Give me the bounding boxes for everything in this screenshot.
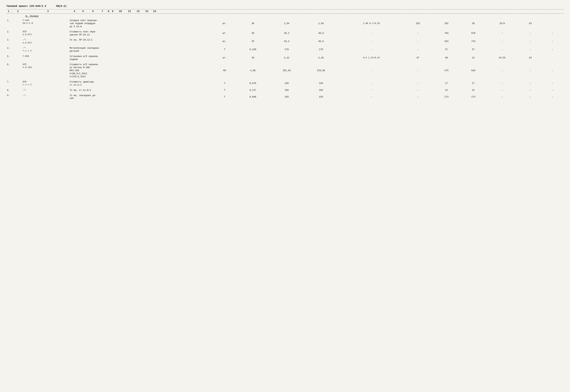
cell-9-13: – — [519, 94, 541, 100]
cell-6-11: 626 — [462, 63, 485, 79]
cell-5-1: 5. — [6, 55, 22, 61]
cell-2-10: 704 — [431, 30, 462, 37]
cell-4-2: –"– т.ч.т.I — [22, 46, 69, 53]
cell-6-13: – — [519, 63, 541, 79]
cell-5-4: шт. — [213, 55, 236, 61]
cell-3-5: I6 — [236, 38, 270, 45]
cell-9-9: – — [405, 94, 431, 100]
cell-1-5: 36 — [236, 18, 270, 28]
cell-6-1: 6. — [6, 63, 22, 79]
cell-6-2: ЗСП п.9.3I8 — [22, 63, 69, 79]
cell-7-12: – — [485, 80, 519, 87]
cell-7-1: 7. — [6, 80, 22, 87]
cell-8-5: 0,I27 — [236, 88, 270, 92]
cell-5-11: 22 — [462, 55, 485, 61]
cell-5-13: 63 — [519, 55, 541, 61]
cell-1-12: 25/9 — [485, 18, 519, 28]
cell-9-14: – — [541, 94, 564, 100]
cell-1-6: 2,84 — [270, 18, 304, 28]
cell-3-7: 45,8 — [304, 38, 338, 45]
cell-5-14 — [541, 55, 564, 61]
cell-1-2: 7–448 39–I–I.8 — [22, 18, 69, 28]
cell-4-3: Металлизация закладных деталей — [69, 46, 213, 53]
cell-7-3: Стоимость арматуры ст.кл.А–I — [69, 80, 213, 87]
cell-1-8: 1,06 0,7/0,26 — [338, 18, 405, 28]
cell-5-6: 2,42 — [270, 55, 304, 61]
cell-6-7: I33,66 — [304, 63, 338, 79]
project-subtitle: УШ(8-2) — [56, 5, 67, 8]
cell-2-2: ЗСП п.9.87I — [22, 30, 69, 37]
cell-4-1: 4. — [6, 46, 22, 53]
cell-5-10: 88 — [431, 55, 462, 61]
cell-7-11: I7 — [462, 80, 485, 87]
cell-4-8: – — [338, 46, 405, 53]
table-row: 8.–"–То же, ст.кл.В–IТ0,I27320320––4I4I–… — [6, 88, 564, 92]
page-header: Типовой проект I25–045/I.2 УШ(8-2) — [6, 5, 564, 8]
cell-8-7: 320 — [304, 88, 338, 92]
column-headers-row: 1 _ 2 3 4 5 6 7 8 9 IO II I2 I3 I4 — [6, 10, 564, 13]
cell-5-8: 0,6 1,I4/0,43 — [338, 55, 405, 61]
col-header-4: 4 — [71, 10, 78, 13]
cell-5-2: 7–659 — [22, 55, 69, 61]
cell-1-4: шт. — [213, 18, 236, 28]
cell-1-10: IO2 — [431, 18, 462, 28]
cell-3-11: 733 — [462, 38, 485, 45]
cell-1-11: 38 — [462, 18, 485, 28]
cell-4-6: I70 — [270, 46, 304, 53]
cell-7-6: 220 — [270, 80, 304, 87]
table-row: 4.–"– т.ч.т.IМеталлизация закладных дета… — [6, 46, 564, 53]
cell-7-7: 220 — [304, 80, 338, 87]
cell-6-8: – — [338, 63, 405, 79]
cell-4-14: – — [541, 46, 564, 53]
cell-6-14: – — [541, 63, 564, 79]
cell-2-3: Стоимость плит пере- крытия ПР-29.I2 — [69, 30, 213, 37]
cell-9-6: 4I0 — [270, 94, 304, 100]
cell-4-4: Т — [213, 46, 236, 53]
col-header-10: IO — [116, 10, 125, 13]
cell-3-3: То же, ПР-29.I2–I — [69, 38, 213, 45]
cell-9-4: Т — [213, 94, 236, 100]
table-row: 6.ЗСП п.9.3I8Стоимость ж/б экранов из бе… — [6, 63, 564, 79]
cell-2-4: шт. — [213, 30, 236, 37]
cell-2-7: 48,9 — [304, 30, 338, 37]
cell-6-5: 4,68 — [236, 63, 270, 79]
col-header-3: 3 — [26, 10, 70, 13]
col-header-14: I4 — [151, 10, 158, 13]
project-title: Типовой проект I25–045/I.2 — [6, 5, 46, 8]
cell-5-7: 2,45 — [304, 55, 338, 61]
cell-8-12: – — [485, 88, 519, 92]
cell-3-1: 3. — [6, 38, 22, 45]
col-header-5: 5 — [78, 10, 88, 13]
cell-5-12: 4I/I5 — [485, 55, 519, 61]
cell-2-1: 2. — [6, 30, 22, 37]
cell-8-14: – — [541, 88, 564, 92]
cell-1-3: Укладка плит перекры- тий лоджий площадь… — [69, 18, 213, 28]
cell-2-5: 20 — [236, 30, 270, 37]
col-header-13: I3 — [143, 10, 150, 13]
cell-2-11: 978 — [462, 30, 485, 37]
cell-9-7: 4I0 — [304, 94, 338, 100]
cell-3-9: – — [405, 38, 431, 45]
cell-2-6: 35,2 — [270, 30, 304, 37]
cell-6-12: – — [485, 63, 519, 79]
cell-3-4: шт. — [213, 38, 236, 45]
cell-4-7: I70 — [304, 46, 338, 53]
cell-2-12: – — [485, 30, 519, 37]
cell-6-4: МЗ — [213, 63, 236, 79]
cell-3-2: –"– п.9.872 — [22, 38, 69, 45]
table-row: 7.ЗСП т.ч.т.IСтоимость арматуры ст.кл.А–… — [6, 80, 564, 87]
cell-9-11: 273 — [462, 94, 485, 100]
cell-9-8: – — [338, 94, 405, 100]
cell-2-13: – — [519, 30, 541, 37]
cell-2-9: – — [405, 30, 431, 37]
cell-8-4: Т — [213, 88, 236, 92]
cell-3-14: – — [541, 38, 564, 45]
cell-6-9: – — [405, 63, 431, 79]
cell-7-4: Т — [213, 80, 236, 87]
cell-5-9: 87 — [405, 55, 431, 61]
cell-1-9: IO2 — [405, 18, 431, 28]
cell-1-13: 63 — [519, 18, 541, 28]
col-header-6: 6 — [89, 10, 97, 13]
table-row: 2.ЗСП п.9.87IСтоимость плит пере- крытия… — [6, 30, 564, 37]
cell-8-6: 320 — [270, 88, 304, 92]
